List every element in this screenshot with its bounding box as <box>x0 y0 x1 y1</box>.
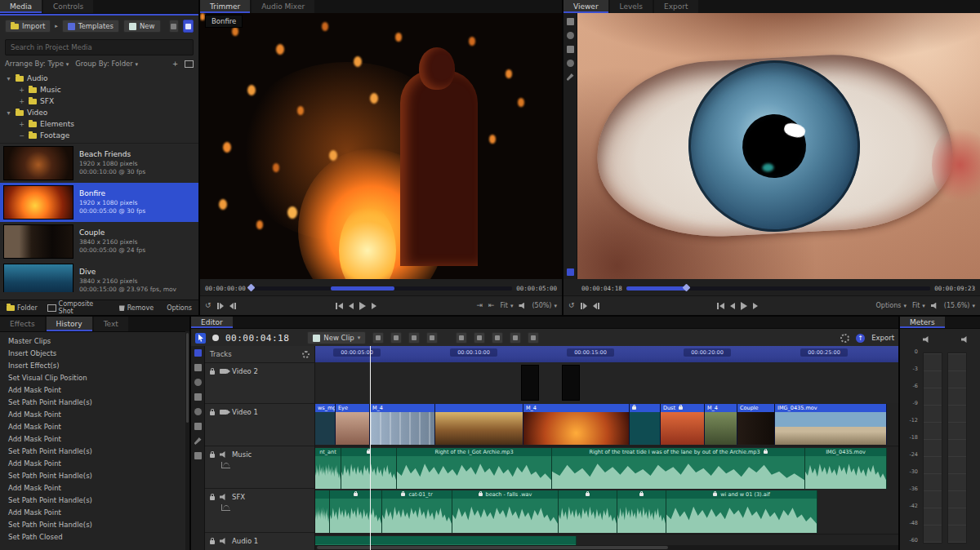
track-header-video-2[interactable]: Video 2 <box>205 363 314 404</box>
timeline-clip[interactable]: Couple <box>737 404 775 445</box>
twisty-icon[interactable]: − <box>18 132 25 140</box>
lock-icon[interactable] <box>210 411 215 415</box>
tab-export[interactable]: Export <box>654 0 697 13</box>
trimmer-zoom-select[interactable]: Fit▾ <box>501 302 514 309</box>
tree-item-video[interactable]: ▾Video <box>0 107 198 118</box>
new-folder-button[interactable]: Folder <box>3 304 41 313</box>
filter-icon[interactable] <box>185 60 194 68</box>
trimmer-video-area[interactable] <box>200 13 562 279</box>
timeline-settings-icon[interactable] <box>840 334 849 343</box>
timeline-audio-clip[interactable] <box>617 490 666 533</box>
timeline-audio-clip[interactable] <box>330 490 382 533</box>
new-clip-button[interactable]: New Clip ▾ <box>307 331 366 344</box>
select-tool-icon[interactable] <box>194 349 202 357</box>
slide-tool-icon[interactable] <box>492 332 503 344</box>
markers-icon[interactable] <box>456 332 467 344</box>
viewer-zoom-percent[interactable]: (15.6%)▾ <box>944 302 975 309</box>
timeline-audio-clip[interactable]: Right of the treat tide I was of the lan… <box>552 448 805 489</box>
history-item[interactable]: Add Mask Point <box>0 409 189 421</box>
timeline-lanes[interactable]: 00:00:05:00 00:00:10:00 00:00:15:00 00:0… <box>315 346 898 550</box>
history-item[interactable]: Set Path Closed <box>0 531 189 543</box>
templates-button[interactable]: Templates <box>62 20 119 33</box>
slip-tool-icon[interactable] <box>474 332 485 344</box>
ripple-edit-icon[interactable] <box>426 332 438 344</box>
track-header-sfx[interactable]: SFX <box>205 489 314 533</box>
history-item[interactable]: Add Mask Point <box>0 507 189 519</box>
tree-item-sfx[interactable]: +SFX <box>0 95 198 107</box>
timeline-audio-clip[interactable] <box>559 490 617 533</box>
slice-tool-icon[interactable] <box>408 332 420 344</box>
arrange-by-select[interactable]: Arrange By: Type ▾ <box>5 60 69 68</box>
viewer-video-area[interactable] <box>577 13 980 279</box>
select-tool-icon[interactable] <box>567 18 574 25</box>
speaker-icon[interactable] <box>931 303 938 309</box>
media-item-bonfire[interactable]: Bonfire 1920 x 1080 pixels 00:00:05:00 @… <box>0 183 198 222</box>
step-back-button[interactable] <box>349 303 354 309</box>
tab-audio-mixer[interactable]: Audio Mixer <box>252 0 314 13</box>
detail-view-button[interactable] <box>183 20 194 33</box>
import-dropdown-icon[interactable]: ▸ <box>55 23 58 29</box>
lock-icon[interactable] <box>210 454 215 458</box>
timeline-audio-clip[interactable]: beach - falls .wav <box>452 490 559 533</box>
history-item[interactable]: Insert Effect(s) <box>0 360 189 372</box>
link-icon[interactable] <box>372 332 384 344</box>
go-to-start-button[interactable] <box>717 303 724 309</box>
timeline-clip[interactable]: M_4 <box>523 404 630 445</box>
lane-music[interactable]: nt_ant Right of the I_Got Archie.mp3 Rig… <box>315 447 898 490</box>
roll-tool-icon[interactable] <box>194 408 202 415</box>
lock-icon[interactable] <box>210 496 215 500</box>
history-item[interactable]: Add Mask Point <box>0 433 189 446</box>
history-item[interactable]: Insert Objects <box>0 348 189 360</box>
twisty-icon[interactable]: + <box>18 121 25 128</box>
timeline-audio-clip[interactable]: IMG_0435.mov <box>805 448 887 489</box>
loop-button[interactable]: ↺ <box>205 302 212 309</box>
lane-video-2[interactable] <box>315 362 898 404</box>
twisty-icon[interactable]: ▾ <box>5 75 12 82</box>
timeline-clip[interactable] <box>630 404 661 445</box>
remove-button[interactable]: Remove <box>116 304 157 313</box>
composite-shot-button[interactable]: Composite Shot <box>44 299 113 315</box>
timeline-horizontal-scrollbar[interactable] <box>315 545 898 550</box>
viewer-zoom-select[interactable]: Fit▾ <box>912 302 925 309</box>
tab-editor[interactable]: Editor <box>191 317 233 328</box>
history-item[interactable]: Add Mask Point <box>0 384 189 397</box>
history-item[interactable]: Add Mask Point <box>0 458 189 470</box>
insert-clip-button[interactable]: ⇥ <box>476 302 483 309</box>
timeline-clip[interactable] <box>562 365 580 401</box>
viewer-scrubber[interactable] <box>626 286 931 291</box>
lane-video-1[interactable]: ws_mg Eye M_4 M_4 Dust M_4 Couple IMG_04… <box>315 403 898 446</box>
active-overlay-toggle-icon[interactable] <box>567 268 574 276</box>
history-item[interactable]: Master Clips <box>0 335 189 348</box>
timeline-clip[interactable] <box>435 404 523 445</box>
media-item-beach-friends[interactable]: Beach Friends 1920 x 1080 pixels 00:00:1… <box>0 144 198 183</box>
options-button[interactable]: Options <box>163 304 195 313</box>
timeline-ruler[interactable]: 00:00:05:00 00:00:10:00 00:00:15:00 00:0… <box>315 346 898 363</box>
tree-item-audio[interactable]: ▾Audio <box>0 73 198 84</box>
select-tool-button[interactable] <box>195 333 206 344</box>
slip-tool-icon[interactable] <box>194 423 202 430</box>
export-icon[interactable]: ↑ <box>856 334 865 343</box>
trimmer-zoom-percent[interactable]: (50%)▾ <box>532 302 557 309</box>
rate-stretch-icon[interactable] <box>510 332 521 344</box>
hand-tool-icon[interactable] <box>194 452 202 459</box>
history-item[interactable]: Set Visual Clip Position <box>0 372 189 384</box>
timeline-audio-clip[interactable] <box>315 490 330 533</box>
set-out-point-button[interactable] <box>229 303 236 309</box>
timeline-clip[interactable]: M_4 <box>370 404 435 445</box>
snap-toggle-icon[interactable] <box>390 332 402 344</box>
list-view-button[interactable] <box>169 20 180 33</box>
audio-curve-icon[interactable] <box>221 462 230 468</box>
tab-effects[interactable]: Effects <box>0 317 45 331</box>
set-in-point-button[interactable] <box>217 303 224 309</box>
tab-trimmer[interactable]: Trimmer <box>200 0 250 13</box>
history-item[interactable]: Add Mask Point <box>0 421 189 433</box>
tab-history[interactable]: History <box>47 317 92 331</box>
hand-tool-icon[interactable] <box>567 32 574 39</box>
lane-sfx[interactable]: cat-01_tr beach - falls .wav wi and w 01… <box>315 490 898 534</box>
history-item[interactable]: Set Path Point Handle(s) <box>0 495 189 507</box>
step-forward-button[interactable] <box>753 303 758 309</box>
pen-tool-icon[interactable] <box>194 437 202 445</box>
tab-controls[interactable]: Controls <box>43 0 93 13</box>
history-item[interactable]: Add Mask Point <box>0 482 189 495</box>
tab-meters[interactable]: Meters <box>900 317 945 328</box>
